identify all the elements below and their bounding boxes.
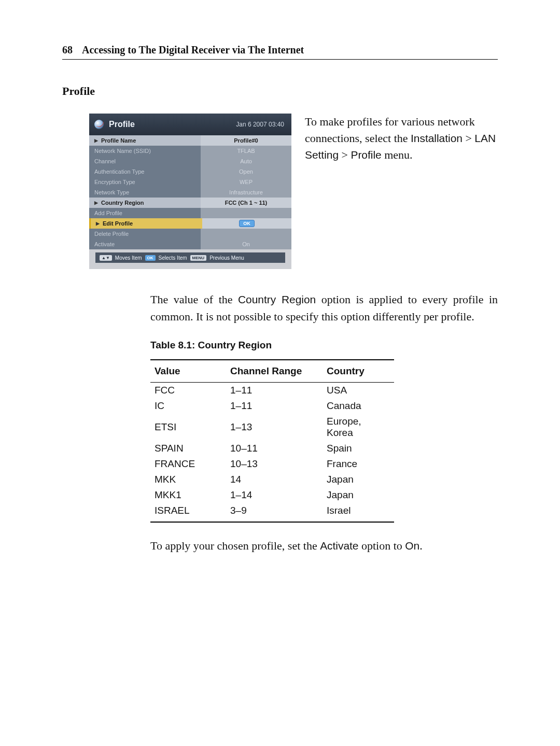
- screenshot-row-key: Delete Profile: [89, 229, 201, 239]
- screenshot-row-key: Network Name (SSID): [89, 146, 201, 156]
- table-cell: 1–11: [226, 398, 323, 414]
- table-cell: France: [323, 456, 394, 472]
- screenshot-row: Network Name (SSID)TFLAB: [89, 146, 291, 156]
- table-cell: 10–11: [226, 441, 323, 456]
- table-cell: Israel: [323, 503, 394, 522]
- intro-paragraph: To make profiles for various network con…: [305, 114, 498, 269]
- table-cell: 10–13: [226, 456, 323, 472]
- closing-paragraph: To apply your chosen profile, set the Ac…: [150, 537, 498, 554]
- menu-path-installation: Installation: [411, 132, 463, 144]
- page-number: 68: [62, 44, 73, 56]
- screenshot-row-value: Profile#0: [201, 135, 291, 146]
- table-cell: MKK: [150, 472, 226, 487]
- table-cell: SPAIN: [150, 441, 226, 456]
- ok-pill-icon: OK: [239, 220, 255, 227]
- screenshot-row-value: OK: [202, 218, 291, 229]
- table-row: ETSI1–13Europe, Korea: [150, 414, 394, 441]
- screenshot-row-key: ▶Edit Profile: [89, 218, 202, 229]
- app-logo-icon: [94, 120, 104, 129]
- screenshot-row-value: [201, 229, 291, 239]
- screenshot-row-key: ▶Profile Name: [89, 135, 201, 146]
- table-cell: Europe, Korea: [323, 414, 394, 441]
- table-cell: Japan: [323, 472, 394, 487]
- table-header-value: Value: [150, 360, 226, 383]
- body-paragraph: The value of the Country Region option i…: [150, 291, 498, 325]
- table-cell: Spain: [323, 441, 394, 456]
- screenshot-row-key: Authentication Type: [89, 166, 201, 177]
- screenshot-row-key: Network Type: [89, 187, 201, 198]
- screenshot-row: ActivateOn: [89, 239, 291, 249]
- running-header: 68 Accessing to The Digital Receiver via…: [62, 44, 498, 60]
- table-cell: IC: [150, 398, 226, 414]
- screenshot-timestamp: Jan 6 2007 03:40: [236, 121, 284, 128]
- screenshot-row-value: On: [201, 239, 291, 249]
- profile-menu-screenshot: Profile Jan 6 2007 03:40 ▶Profile NamePr…: [89, 114, 291, 269]
- table-cell: 1–11: [226, 383, 323, 399]
- prev-key-icon: MENU: [190, 255, 207, 261]
- screenshot-row-key: Encryption Type: [89, 177, 201, 187]
- activate-option: Activate: [320, 540, 358, 552]
- screenshot-row: ▶Profile NameProfile#0: [89, 135, 291, 146]
- selects-key-icon: OK: [145, 255, 156, 261]
- prev-label: Previous Menu: [209, 255, 244, 261]
- screenshot-title: Profile: [109, 120, 135, 129]
- table-cell: Japan: [323, 487, 394, 503]
- table-row: SPAIN10–11Spain: [150, 441, 394, 456]
- triangle-icon: ▶: [94, 200, 98, 205]
- table-row: FCC1–11USA: [150, 383, 394, 399]
- country-region-table: Value Channel Range Country FCC1–11USAIC…: [150, 359, 394, 523]
- screenshot-row-key: Channel: [89, 156, 201, 166]
- selects-label: Selects Item: [159, 255, 187, 261]
- screenshot-row-value: Auto: [201, 156, 291, 166]
- screenshot-row-value: Infrastructure: [201, 187, 291, 198]
- screenshot-row: ▶Country RegionFCC (Ch 1 ~ 11): [89, 198, 291, 208]
- screenshot-row-value: WEP: [201, 177, 291, 187]
- table-cell: 1–13: [226, 414, 323, 441]
- screenshot-row: ▶Edit ProfileOK: [89, 218, 291, 229]
- table-cell: Canada: [323, 398, 394, 414]
- table-header-channel-range: Channel Range: [226, 360, 323, 383]
- table-cell: 3–9: [226, 503, 323, 522]
- table-cell: FRANCE: [150, 456, 226, 472]
- screenshot-helpbar: ▲▼ Moves Item OK Selects Item MENU Previ…: [95, 252, 285, 263]
- screenshot-rows: ▶Profile NameProfile#0Network Name (SSID…: [89, 135, 291, 249]
- screenshot-row: Network TypeInfrastructure: [89, 187, 291, 198]
- screenshot-row-key: Activate: [89, 239, 201, 249]
- screenshot-row-value: [201, 208, 291, 218]
- running-title: Accessing to The Digital Receiver via Th…: [82, 44, 304, 56]
- screenshot-row: Authentication TypeOpen: [89, 166, 291, 177]
- screenshot-row-value: FCC (Ch 1 ~ 11): [201, 198, 291, 208]
- triangle-icon: ▶: [94, 138, 98, 143]
- table-cell: 1–14: [226, 487, 323, 503]
- table-row: ISRAEL3–9Israel: [150, 503, 394, 522]
- table-cell: ETSI: [150, 414, 226, 441]
- screenshot-row: Delete Profile: [89, 229, 291, 239]
- table-row: FRANCE10–13France: [150, 456, 394, 472]
- table-row: MKK11–14Japan: [150, 487, 394, 503]
- on-value: On: [405, 540, 419, 552]
- screenshot-row: ChannelAuto: [89, 156, 291, 166]
- table-cell: USA: [323, 383, 394, 399]
- table-cell: 14: [226, 472, 323, 487]
- screenshot-row-key: Add Profile: [89, 208, 201, 218]
- screenshot-row-key: ▶Country Region: [89, 198, 201, 208]
- triangle-icon: ▶: [96, 221, 100, 226]
- table-header-country: Country: [323, 360, 394, 383]
- screenshot-row-value: TFLAB: [201, 146, 291, 156]
- screenshot-titlebar: Profile Jan 6 2007 03:40: [89, 114, 291, 135]
- table-row: MKK14Japan: [150, 472, 394, 487]
- moves-label: Moves Item: [115, 255, 142, 261]
- country-region-option: Country Region: [238, 293, 316, 305]
- menu-path-profile: Profile: [351, 149, 381, 161]
- screenshot-row-value: Open: [201, 166, 291, 177]
- section-heading: Profile: [62, 85, 498, 98]
- table-row: IC1–11Canada: [150, 398, 394, 414]
- table-cell: FCC: [150, 383, 226, 399]
- table-cell: MKK1: [150, 487, 226, 503]
- table-caption: Table 8.1: Country Region: [150, 340, 498, 351]
- screenshot-row: Encryption TypeWEP: [89, 177, 291, 187]
- table-cell: ISRAEL: [150, 503, 226, 522]
- screenshot-row: Add Profile: [89, 208, 291, 218]
- moves-key-icon: ▲▼: [100, 255, 112, 261]
